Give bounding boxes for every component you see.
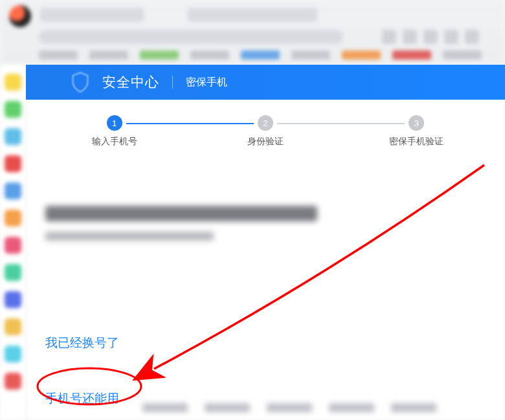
step-3-dot: 3 (409, 115, 424, 131)
step-1-label: 输入手机号 (39, 136, 190, 148)
banner-title: 安全中心 (102, 73, 159, 91)
step-1-dot: 1 (107, 115, 122, 131)
options: 我已经换号了 手机号还能用 (45, 335, 119, 407)
step-3: 3 密保手机验证 (341, 115, 492, 148)
link-changed-number[interactable]: 我已经换号了 (45, 335, 119, 351)
banner: 安全中心 密保手机 (26, 65, 505, 100)
shield-icon (71, 72, 89, 93)
browser-sidebar (0, 65, 26, 420)
blurred-content (45, 206, 486, 241)
step-2: 2 身份验证 (190, 115, 341, 148)
link-number-still-works[interactable]: 手机号还能用 (45, 390, 119, 407)
footer-blur (142, 403, 497, 416)
stepper: 1 输入手机号 2 身份验证 3 密保手机验证 (26, 100, 505, 154)
step-2-label: 身份验证 (190, 136, 341, 148)
divider (172, 76, 173, 89)
step-2-dot: 2 (258, 115, 273, 131)
step-3-label: 密保手机验证 (341, 136, 492, 148)
page-content: 安全中心 密保手机 1 输入手机号 2 身份验证 3 密保手机验证 我已经换号了… (26, 65, 505, 420)
browser-chrome (0, 0, 505, 65)
banner-subtitle: 密保手机 (186, 76, 227, 89)
step-1: 1 输入手机号 (39, 115, 190, 148)
